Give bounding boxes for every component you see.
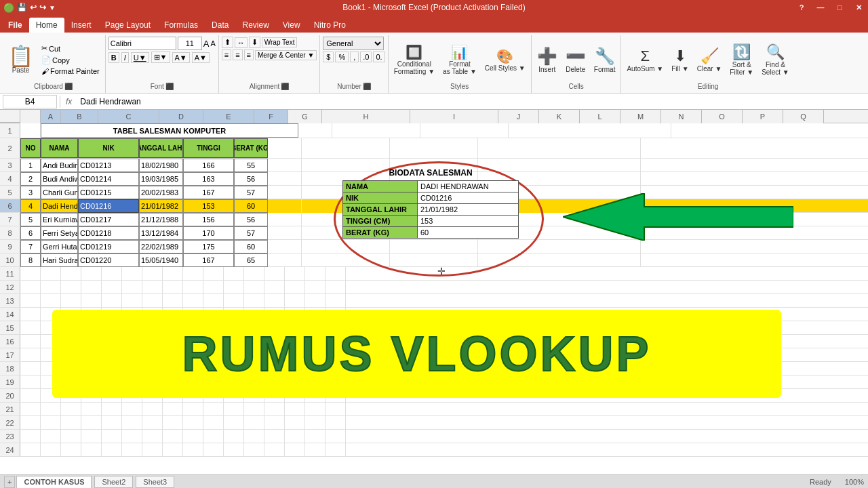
increase-decimal-btn[interactable]: .0 (360, 52, 372, 62)
col-header-rownum[interactable] (20, 110, 41, 123)
cell-I2[interactable] (390, 138, 478, 158)
col-header-L[interactable]: L (580, 110, 620, 123)
cell-E7[interactable]: 156 (183, 213, 234, 226)
close-btn[interactable]: ✕ (849, 3, 868, 12)
row-num-16[interactable]: 16 (0, 335, 20, 348)
row-num-8[interactable]: 8 (0, 226, 20, 239)
tab-view[interactable]: View (276, 18, 307, 33)
cell-H1[interactable] (332, 123, 420, 138)
col-header-H[interactable]: H (322, 110, 410, 123)
tab-formulas[interactable]: Formulas (157, 18, 205, 33)
row-num-5[interactable]: 5 (0, 186, 20, 199)
col-header-C[interactable]: C (98, 110, 159, 123)
row-num-22[interactable]: 22 (0, 416, 20, 429)
cell-D4[interactable]: 19/03/1985 (139, 172, 183, 186)
row-num-11[interactable]: 11 (0, 267, 20, 280)
cell-G2[interactable] (268, 138, 302, 158)
col-header-A[interactable]: A (41, 110, 61, 123)
row-num-4[interactable]: 4 (0, 172, 20, 185)
cell-C3[interactable]: CD01213 (78, 159, 139, 172)
underline-btn[interactable]: U▼ (131, 52, 149, 63)
cell-A3[interactable]: 1 (20, 159, 41, 172)
cell-B6[interactable]: Dadi Hendrawan (41, 199, 78, 213)
row-num-6[interactable]: 6 (0, 199, 20, 212)
cell-G4[interactable] (268, 172, 302, 186)
row-num-10[interactable]: 10 (0, 253, 20, 266)
align-bot-btn[interactable]: ⬇ (249, 37, 260, 48)
help-btn[interactable]: ? (792, 3, 811, 12)
align-expand[interactable]: ⬛ (281, 83, 289, 90)
col-header-I[interactable]: I (410, 110, 498, 123)
row-num-15[interactable]: 15 (0, 321, 20, 334)
cell-A8[interactable]: 6 (20, 226, 41, 240)
align-mid-btn[interactable]: ↔ (235, 37, 248, 48)
new-sheet-btn[interactable]: + (4, 476, 15, 488)
cell-F9[interactable]: 60 (234, 240, 268, 253)
col-header-J[interactable]: J (498, 110, 539, 123)
cell-F3[interactable]: 55 (234, 159, 268, 172)
align-right-btn[interactable]: ≡ (244, 49, 254, 60)
select-all-btn[interactable] (0, 110, 20, 123)
cell-C7[interactable]: CD01217 (78, 213, 139, 226)
insert-btn[interactable]: ➕ Insert (534, 45, 560, 75)
cell-G6[interactable] (268, 199, 302, 213)
redo-btn[interactable]: ↪ (39, 3, 46, 12)
align-center-btn[interactable]: ≡ (233, 49, 242, 60)
cell-C9[interactable]: CD01219 (78, 240, 139, 253)
row-num-1[interactable]: 1 (0, 123, 20, 138)
sheet-tab-2[interactable]: Sheet2 (94, 476, 133, 488)
sheet-tab-1[interactable]: CONTOH KASUS (16, 476, 92, 488)
cell-A1[interactable] (20, 123, 41, 138)
number-expand[interactable]: ⬛ (363, 83, 371, 90)
row-num-19[interactable]: 19 (0, 375, 20, 388)
merge-center-btn[interactable]: Merge & Center ▼ (255, 50, 317, 60)
cell-D8[interactable]: 13/12/1984 (139, 226, 183, 240)
cut-button[interactable]: ✂ Cut (39, 43, 102, 54)
col-header-F[interactable]: F (254, 110, 288, 123)
cell-B5[interactable]: Charli Gunawan (41, 186, 78, 199)
cell-I1[interactable] (420, 123, 509, 138)
col-header-Q[interactable]: Q (783, 110, 824, 123)
cell-C6[interactable]: CD01216 (78, 199, 139, 213)
font-expand[interactable]: ⬛ (165, 83, 174, 90)
wrap-text-btn[interactable]: Wrap Text (262, 37, 298, 47)
format-btn[interactable]: 🔧 Format (591, 45, 618, 75)
cell-E2[interactable]: TINGGI (183, 138, 234, 158)
tab-home[interactable]: Home (29, 18, 64, 33)
cell-A5[interactable]: 3 (20, 186, 41, 199)
row-num-2[interactable]: 2 (0, 138, 20, 158)
percent-sign-btn[interactable]: % (335, 52, 349, 62)
cell-E9[interactable]: 175 (183, 240, 234, 253)
cell-A10[interactable]: 8 (20, 253, 41, 267)
autosum-btn[interactable]: Σ AutoSum ▼ (624, 46, 666, 74)
font-name-input[interactable] (108, 37, 176, 50)
cell-D9[interactable]: 22/02/1989 (139, 240, 183, 253)
decrease-font-btn[interactable]: A (210, 39, 215, 47)
cell-H2[interactable] (302, 138, 390, 158)
cell-E3[interactable]: 166 (183, 159, 234, 172)
row-num-24[interactable]: 24 (0, 443, 20, 456)
row-num-18[interactable]: 18 (0, 362, 20, 375)
row-num-21[interactable]: 21 (0, 403, 20, 415)
fill-color-btn[interactable]: A▼ (172, 52, 190, 63)
cell-F7[interactable]: 56 (234, 213, 268, 226)
cell-styles-btn[interactable]: 🎨 Cell Styles ▼ (482, 47, 528, 73)
row-num-23[interactable]: 23 (0, 430, 20, 443)
col-header-P[interactable]: P (743, 110, 783, 123)
cell-B4[interactable]: Budi Andiwiguno (41, 172, 78, 186)
cell-D3[interactable]: 18/02/1980 (139, 159, 183, 172)
cell-J1[interactable] (509, 123, 671, 138)
cell-F2[interactable]: BERAT (KG) (234, 138, 268, 158)
cell-C2[interactable]: NIK (78, 138, 139, 158)
col-header-B[interactable]: B (61, 110, 98, 123)
cell-J2[interactable] (478, 138, 641, 158)
col-header-O[interactable]: O (702, 110, 743, 123)
sheet-tab-3[interactable]: Sheet3 (136, 476, 174, 488)
tab-review[interactable]: Review (235, 18, 275, 33)
cell-B10[interactable]: Hari Sudrajat (41, 253, 78, 267)
cell-B1[interactable]: TABEL SALESMAN KOMPUTER (41, 123, 298, 138)
undo-btn[interactable]: ↩ (30, 3, 37, 12)
row-num-7[interactable]: 7 (0, 213, 20, 226)
tab-data[interactable]: Data (205, 18, 235, 33)
cell-A2[interactable]: NO (20, 138, 41, 158)
